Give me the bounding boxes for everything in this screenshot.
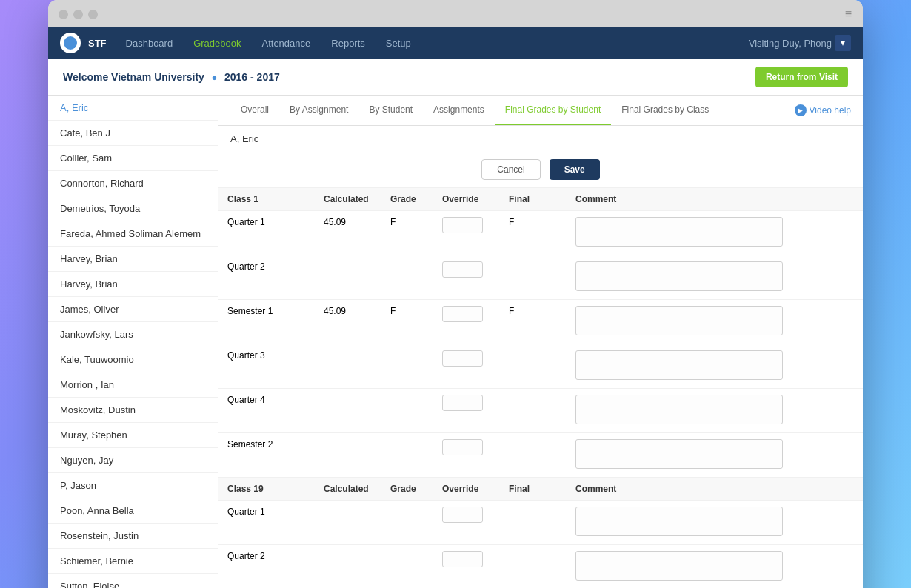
student-item-17[interactable]: Rosenstein, Justin — [48, 524, 218, 549]
class1-grade-header: Grade — [381, 188, 433, 211]
student-item-0[interactable]: A, Eric — [48, 96, 218, 121]
student-item-19[interactable]: Sutton, Eloise — [48, 574, 218, 588]
browser-dot-red — [59, 10, 68, 19]
table-row: Quarter 1 45.09 F F — [218, 211, 863, 255]
period-quarter3: Quarter 3 — [218, 344, 315, 389]
tab-by-student[interactable]: By Student — [358, 96, 423, 125]
tab-assignments[interactable]: Assignments — [423, 96, 495, 125]
class1-final-header: Final — [500, 188, 567, 211]
nav-brand: STF — [88, 38, 107, 49]
class19-period-q2: Quarter 2 — [218, 545, 315, 589]
comment-input-quarter1[interactable] — [575, 217, 783, 247]
browser-dot-yellow — [73, 10, 83, 19]
class19-period-q1: Quarter 1 — [218, 501, 315, 545]
table-row: Quarter 4 — [218, 389, 863, 433]
student-item-8[interactable]: James, Oliver — [48, 297, 218, 322]
cancel-button[interactable]: Cancel — [481, 159, 540, 180]
grade-sem1: F — [381, 300, 433, 344]
nav-left: STF Dashboard Gradebook Attendance Repor… — [60, 27, 420, 59]
student-item-3[interactable]: Connorton, Richard — [48, 171, 218, 196]
class1-override-header: Override — [433, 188, 500, 211]
student-item-2[interactable]: Collier, Sam — [48, 146, 218, 171]
table-row: Quarter 2 — [218, 255, 863, 300]
student-item-7[interactable]: Harvey, Brian — [48, 272, 218, 297]
student-item-9[interactable]: Jankowfsky, Lars — [48, 322, 218, 347]
comment-quarter1 — [567, 211, 863, 255]
override-input-sem2[interactable] — [442, 439, 483, 455]
nav-reports[interactable]: Reports — [322, 27, 374, 59]
comment-input-sem1[interactable] — [575, 306, 783, 335]
comment-input-quarter2[interactable] — [575, 261, 783, 291]
class19-final-header: Final — [500, 478, 567, 501]
nav-dashboard[interactable]: Dashboard — [117, 27, 182, 59]
nav-gradebook[interactable]: Gradebook — [184, 27, 250, 59]
nav-right: Visiting Duy, Phong ▾ — [749, 35, 851, 51]
video-help[interactable]: ▶ Video help — [795, 104, 852, 116]
student-item-11[interactable]: Morrion , Ian — [48, 372, 218, 398]
comment-input-sem2[interactable] — [575, 439, 783, 469]
final-quarter1: F — [500, 211, 567, 255]
class19-comment-q2 — [567, 545, 863, 589]
student-item-14[interactable]: Nguyen, Jay — [48, 448, 218, 473]
comment-quarter2 — [567, 255, 863, 300]
video-help-icon: ▶ — [795, 104, 807, 116]
welcome-bar: Welcome Vietnam University ● 2016 - 2017… — [48, 59, 863, 96]
browser-chrome: ≡ — [48, 0, 863, 27]
tab-final-grades-student[interactable]: Final Grades by Student — [495, 96, 611, 125]
override-input-quarter3[interactable] — [442, 350, 483, 367]
tab-by-assignment[interactable]: By Assignment — [279, 96, 358, 125]
student-item-12[interactable]: Moskovitz, Dustin — [48, 398, 218, 423]
content-area: Overall By Assignment By Student Assignm… — [218, 96, 863, 588]
browser-menu-icon: ≡ — [845, 7, 852, 21]
save-button[interactable]: Save — [550, 159, 600, 180]
student-item-6[interactable]: Harvey, Brian — [48, 247, 218, 272]
period-quarter4: Quarter 4 — [218, 389, 315, 433]
comment-input-quarter4[interactable] — [575, 395, 783, 424]
final-quarter4 — [500, 389, 567, 433]
class19-grade-q1 — [381, 501, 433, 545]
class1-calculated-header: Calculated — [315, 188, 381, 211]
calc-sem2 — [315, 433, 381, 478]
welcome-year: 2016 - 2017 — [224, 71, 280, 83]
override-input-quarter1[interactable] — [442, 217, 483, 233]
main-content: A, Eric Cafe, Ben J Collier, Sam Connort… — [48, 96, 863, 588]
comment-sem1 — [567, 300, 863, 344]
browser-dots — [59, 10, 98, 19]
nav-attendance[interactable]: Attendance — [253, 27, 320, 59]
override-input-sem1[interactable] — [442, 306, 483, 322]
class1-name: Class 1 — [218, 188, 315, 211]
tabs-bar: Overall By Assignment By Student Assignm… — [218, 96, 863, 126]
student-item-5[interactable]: Fareda, Ahmed Soliman Alemem — [48, 221, 218, 247]
tab-final-grades-class[interactable]: Final Grades by Class — [611, 96, 719, 125]
student-item-18[interactable]: Schiemer, Bernie — [48, 549, 218, 574]
comment-input-class19-q2[interactable] — [575, 551, 783, 581]
tab-overall[interactable]: Overall — [230, 96, 279, 125]
return-visit-button[interactable]: Return from Visit — [755, 67, 848, 87]
nav-user-dropdown[interactable]: ▾ — [835, 35, 851, 51]
override-input-quarter2[interactable] — [442, 261, 483, 278]
calc-quarter1: 45.09 — [315, 211, 381, 255]
video-help-label: Video help — [810, 105, 852, 116]
override-input-class19-q2[interactable] — [442, 551, 483, 567]
calc-sem1: 45.09 — [315, 300, 381, 344]
app-nav: STF Dashboard Gradebook Attendance Repor… — [48, 27, 863, 59]
class19-override-q2 — [433, 545, 500, 589]
override-quarter2 — [433, 255, 500, 300]
period-quarter2: Quarter 2 — [218, 255, 315, 300]
student-item-13[interactable]: Muray, Stephen — [48, 423, 218, 448]
comment-input-quarter3[interactable] — [575, 350, 783, 380]
nav-setup[interactable]: Setup — [377, 27, 420, 59]
override-input-class19-q1[interactable] — [442, 507, 483, 523]
student-item-1[interactable]: Cafe, Ben J — [48, 121, 218, 146]
comment-quarter3 — [567, 344, 863, 389]
student-item-15[interactable]: P, Jason — [48, 473, 218, 498]
comment-input-class19-q1[interactable] — [575, 507, 783, 536]
welcome-dot: ● — [212, 72, 218, 83]
table-row: Semester 1 45.09 F F — [218, 300, 863, 344]
class19-grade-header: Grade — [381, 478, 433, 501]
student-item-16[interactable]: Poon, Anna Bella — [48, 498, 218, 524]
period-quarter1: Quarter 1 — [218, 211, 315, 255]
student-item-10[interactable]: Kale, Tuuwoomio — [48, 347, 218, 372]
student-item-4[interactable]: Demetrios, Toyoda — [48, 196, 218, 221]
override-input-quarter4[interactable] — [442, 395, 483, 411]
